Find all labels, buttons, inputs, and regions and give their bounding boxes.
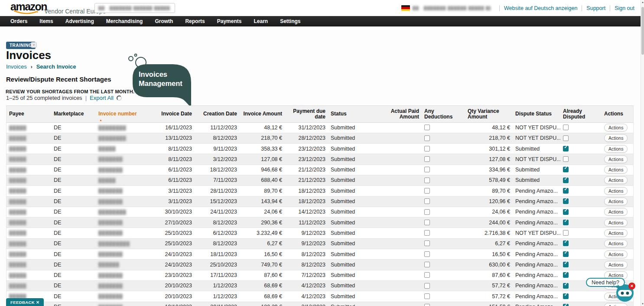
scroll-up-icon[interactable]: ▲ (641, 1, 644, 3)
col-header-dispute-status[interactable]: Dispute Status (513, 106, 560, 122)
any-deductions-checkbox[interactable] (424, 146, 430, 151)
already-disputed-checkbox[interactable] (563, 283, 569, 289)
breadcrumb-invoices[interactable]: Invoices (6, 63, 27, 70)
nav-item-settings[interactable]: Settings (274, 18, 306, 24)
already-disputed-checkbox[interactable] (563, 167, 569, 172)
any-deductions-checkbox[interactable] (424, 304, 430, 306)
help-close-badge[interactable]: ✕ (628, 283, 635, 290)
any-deductions-checkbox[interactable] (424, 188, 430, 194)
col-header-invoice-amount[interactable]: Invoice Amount (240, 106, 285, 122)
already-disputed-checkbox[interactable] (563, 240, 569, 246)
vendor-account-dropdown[interactable]: ██ - ███████ ██████ █████ ██ - █ (94, 3, 175, 13)
col-header-payee[interactable]: Payee (7, 106, 51, 122)
table-row[interactable]: █████ DE ████████ 30/10/2023 24/11/2023 … (7, 207, 634, 217)
language-toggle-link[interactable]: Website auf Deutsch anzeigen (504, 5, 577, 11)
nav-item-advertising[interactable]: Advertising (59, 18, 100, 24)
breadcrumb-search-invoice[interactable]: Search Invoice (36, 63, 76, 70)
any-deductions-checkbox[interactable] (424, 209, 430, 215)
nav-item-growth[interactable]: Growth (149, 18, 179, 24)
actions-button[interactable]: Actions (604, 261, 628, 269)
table-row[interactable]: █████ DE ███████ 23/10/2023 17/11/2023 8… (7, 270, 634, 280)
feedback-button[interactable]: FEEDBACK ✕ (6, 298, 44, 306)
actions-button[interactable]: Actions (604, 166, 628, 174)
table-row[interactable]: █████ DE ███████ 19/10/2023 30/11/2023 1… (7, 302, 634, 306)
col-header-status[interactable]: Status (328, 106, 384, 122)
actions-button[interactable]: Actions (604, 208, 628, 216)
already-disputed-checkbox[interactable] (563, 209, 569, 215)
nav-item-orders[interactable]: Orders (4, 18, 33, 24)
chevron-down-icon[interactable]: ˅ (31, 42, 37, 48)
export-all-link[interactable]: Export All (90, 95, 114, 101)
table-row[interactable]: █████ DE ██████ 24/10/2023 25/10/2023 74… (7, 260, 634, 270)
table-row[interactable]: █████ DE ███████ 20/10/2023 1/12/2023 68… (7, 291, 634, 302)
table-row[interactable]: █████ DE ███████ 20/10/2023 1/12/2023 68… (7, 280, 634, 291)
support-link[interactable]: Support (586, 5, 605, 11)
table-row[interactable]: █████ DE ███████ 8/11/2023 3/12/2023 127… (7, 154, 634, 165)
any-deductions-checkbox[interactable] (424, 198, 430, 204)
nav-item-payments[interactable]: Payments (211, 18, 248, 24)
any-deductions-checkbox[interactable] (424, 125, 430, 130)
table-row[interactable]: █████ DE ████████ 16/11/2023 11/12/2023 … (7, 122, 634, 133)
any-deductions-checkbox[interactable] (424, 272, 430, 278)
already-disputed-checkbox[interactable] (563, 262, 569, 267)
table-row[interactable]: █████ DE ████████ 13/11/2023 8/12/2023 2… (7, 133, 634, 143)
col-header-invoice-number[interactable]: Invoice number▲ (96, 106, 153, 122)
nav-item-merchandising[interactable]: Merchandising (100, 18, 149, 24)
actions-button[interactable]: Actions (604, 145, 628, 153)
col-header-qty-variance[interactable]: Qty Variance Amount (465, 106, 513, 122)
any-deductions-checkbox[interactable] (424, 283, 430, 289)
any-deductions-checkbox[interactable] (424, 251, 430, 257)
any-deductions-checkbox[interactable] (424, 293, 430, 299)
table-row[interactable]: █████ DE █████ 8/11/2023 9/11/2023 358,3… (7, 144, 634, 154)
actions-button[interactable]: Actions (604, 155, 628, 163)
col-header-invoice-date[interactable]: Invoice Date (153, 106, 195, 122)
any-deductions-checkbox[interactable] (424, 220, 430, 225)
col-header-already-disputed[interactable]: Already Disputed (560, 106, 602, 122)
already-disputed-checkbox[interactable] (563, 188, 569, 194)
table-row[interactable]: █████ DE ███████ 6/11/2023 18/12/2023 94… (7, 165, 634, 175)
scroll-down-icon[interactable]: ▼ (641, 303, 644, 305)
already-disputed-checkbox[interactable] (563, 251, 569, 257)
actions-button[interactable]: Actions (604, 250, 628, 258)
actions-button[interactable]: Actions (604, 240, 628, 247)
already-disputed-checkbox[interactable] (563, 156, 569, 162)
table-row[interactable]: █████ DE ███████ 3/11/2023 28/11/2023 89… (7, 186, 634, 196)
any-deductions-checkbox[interactable] (424, 230, 430, 236)
vertical-scrollbar[interactable]: ▲ ▼ (641, 0, 644, 306)
actions-button[interactable]: Actions (604, 197, 628, 205)
table-row[interactable]: █████ DE ███████ 3/11/2023 15/12/2023 14… (7, 196, 634, 207)
signout-link[interactable]: Sign out (615, 5, 634, 11)
table-row[interactable]: █████ DE ███████ 25/10/2023 6/12/2023 3.… (7, 228, 634, 238)
already-disputed-checkbox[interactable] (563, 272, 569, 278)
actions-button[interactable]: Actions (604, 229, 628, 237)
already-disputed-checkbox[interactable] (563, 198, 569, 204)
nav-item-reports[interactable]: Reports (179, 18, 211, 24)
col-header-any-deductions[interactable]: Any Deductions (422, 106, 465, 122)
col-header-creation-date[interactable]: Creation Date (195, 106, 240, 122)
col-header-marketplace[interactable]: Marketplace (51, 106, 96, 122)
any-deductions-checkbox[interactable] (424, 240, 430, 246)
table-row[interactable]: █████ DE █████ 6/11/2023 7/11/2023 688,4… (7, 175, 634, 185)
table-row[interactable]: █████ DE █████████ 25/10/2023 8/12/2023 … (7, 238, 634, 249)
any-deductions-checkbox[interactable] (424, 156, 430, 162)
already-disputed-checkbox[interactable] (563, 146, 569, 151)
any-deductions-checkbox[interactable] (424, 135, 430, 141)
already-disputed-checkbox[interactable] (563, 293, 569, 299)
already-disputed-checkbox[interactable] (563, 178, 569, 183)
nav-item-learn[interactable]: Learn (247, 18, 274, 24)
table-row[interactable]: █████ DE ███████ 24/10/2023 18/11/2023 1… (7, 249, 634, 260)
actions-button[interactable]: Actions (604, 176, 628, 184)
col-header-payment-due-date[interactable]: Payment due date (285, 106, 328, 122)
any-deductions-checkbox[interactable] (424, 167, 430, 172)
actions-button[interactable]: Actions (604, 187, 628, 195)
already-disputed-checkbox[interactable] (563, 230, 569, 236)
already-disputed-checkbox[interactable] (563, 304, 569, 306)
actions-button[interactable]: Actions (604, 124, 628, 132)
any-deductions-checkbox[interactable] (424, 262, 430, 267)
col-header-actual-paid[interactable]: Actual Paid Amount (384, 106, 422, 122)
actions-button[interactable]: Actions (604, 134, 628, 142)
col-header-actions[interactable]: Actions (602, 106, 634, 122)
nav-item-items[interactable]: Items (33, 18, 59, 24)
already-disputed-checkbox[interactable] (563, 135, 569, 141)
any-deductions-checkbox[interactable] (424, 178, 430, 183)
